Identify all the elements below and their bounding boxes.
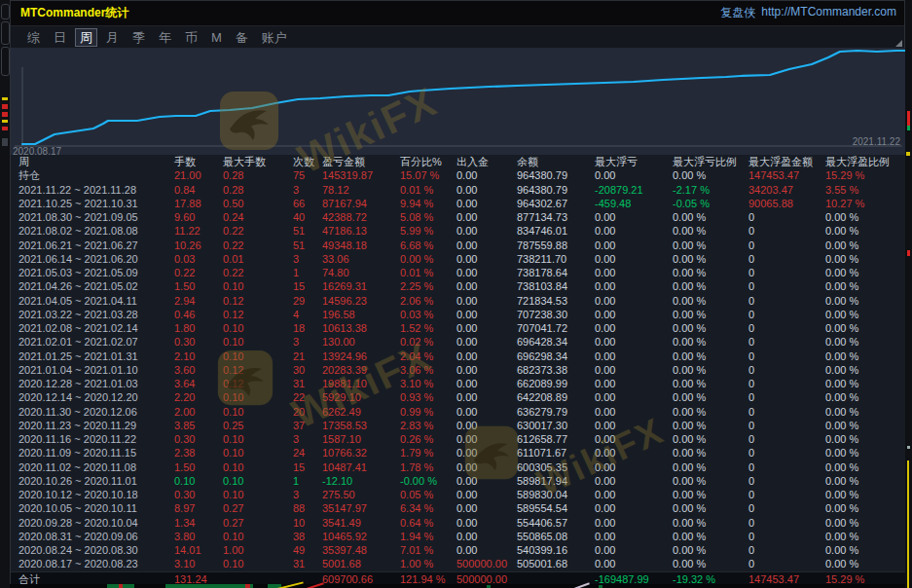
row12-cell-0: 2021.02.01 ~ 2021.02.07 bbox=[18, 335, 174, 349]
row8-cell-3: 15 bbox=[293, 279, 322, 293]
row12-cell-5: 0.02 % bbox=[400, 335, 456, 349]
row14-cell-6: 0.00 bbox=[456, 363, 517, 377]
table-row[interactable]: 2021.08.02 ~ 2021.08.0811.220.225147186.… bbox=[11, 224, 906, 238]
row4-cell-11: 0.00 % bbox=[825, 224, 906, 238]
menu-item-M[interactable]: M bbox=[206, 29, 227, 46]
row25-cell-8: 0.00 bbox=[595, 516, 673, 530]
row20-cell-8: 0.00 bbox=[595, 446, 673, 459]
menu-item-账户[interactable]: 账户 bbox=[257, 29, 292, 46]
table-row[interactable]: 2021.11.22 ~ 2021.11.280.840.28378.120.0… bbox=[11, 183, 906, 197]
table-row[interactable]: 2021.05.03 ~ 2021.05.090.220.22174.800.0… bbox=[11, 266, 906, 279]
row6-cell-10: 0 bbox=[748, 252, 825, 266]
row6-cell-9: 0.00 % bbox=[673, 252, 748, 266]
row4-cell-8: 0.00 bbox=[595, 224, 673, 238]
row7-cell-6: 0.00 bbox=[456, 266, 517, 279]
menu-item-币[interactable]: 币 bbox=[180, 29, 202, 46]
menu-item-月[interactable]: 月 bbox=[101, 29, 124, 46]
table-row[interactable]: 2021.02.01 ~ 2021.02.070.300.103130.000.… bbox=[11, 335, 906, 349]
row26-cell-8: 0.00 bbox=[595, 530, 673, 543]
row24-cell-4: 35147.97 bbox=[322, 501, 400, 515]
row9-cell-11: 0.00 % bbox=[825, 294, 906, 308]
table-row[interactable]: 2021.08.30 ~ 2021.09.059.600.244042388.7… bbox=[11, 210, 906, 224]
row9-cell-7: 721834.53 bbox=[517, 294, 595, 308]
row3-cell-11: 0.00 % bbox=[825, 210, 906, 224]
row17-cell-9: 0.00 % bbox=[673, 405, 748, 419]
table-row[interactable]: 2021.04.26 ~ 2021.05.021.500.101516269.3… bbox=[11, 279, 906, 293]
row17-cell-1: 2.00 bbox=[174, 405, 223, 419]
table-row[interactable]: 2020.11.09 ~ 2020.11.152.380.102410766.3… bbox=[11, 446, 906, 459]
row3-cell-1: 9.60 bbox=[174, 210, 223, 224]
row24-cell-6: 0.00 bbox=[456, 501, 517, 515]
table-row[interactable]: 2021.06.21 ~ 2021.06.2710.260.225149348.… bbox=[11, 239, 906, 252]
row24-cell-5: 6.34 % bbox=[400, 501, 456, 515]
table-row[interactable]: 2020.08.24 ~ 2020.08.3014.011.004935397.… bbox=[11, 543, 906, 557]
table-row[interactable]: 2020.11.23 ~ 2020.11.293.850.253717358.5… bbox=[11, 419, 906, 432]
row9-cell-9: 0.00 % bbox=[673, 294, 748, 308]
background-mark bbox=[907, 446, 910, 449]
row4-cell-6: 0.00 bbox=[456, 224, 517, 238]
table-row[interactable]: 2021.01.25 ~ 2021.01.312.100.102113924.9… bbox=[11, 349, 906, 363]
row17-cell-6: 0.00 bbox=[456, 405, 517, 419]
row11-cell-6: 0.00 bbox=[456, 321, 517, 335]
table-row[interactable]: 2020.10.05 ~ 2020.10.118.970.278835147.9… bbox=[11, 501, 906, 515]
table-row[interactable]: 2021.06.14 ~ 2021.06.200.030.01333.060.0… bbox=[11, 252, 906, 266]
row21-cell-3: 15 bbox=[293, 460, 322, 474]
row11-cell-7: 707041.72 bbox=[517, 321, 595, 335]
background-mark bbox=[907, 460, 909, 588]
table-row[interactable]: 2021.01.04 ~ 2021.01.103.600.123020283.3… bbox=[11, 363, 906, 377]
table-row[interactable]: 2020.12.28 ~ 2021.01.033.640.123119881.1… bbox=[11, 377, 906, 390]
candle-mark bbox=[165, 584, 253, 588]
row18-cell-3: 37 bbox=[293, 419, 322, 432]
row9-cell-4: 14596.23 bbox=[322, 294, 400, 308]
row1-cell-10: 34203.47 bbox=[748, 183, 825, 197]
table-row[interactable]: 2020.11.30 ~ 2020.12.062.000.10206262.49… bbox=[11, 405, 906, 419]
row0-cell-5: 15.07 % bbox=[400, 168, 456, 182]
table-row[interactable]: 2020.12.14 ~ 2020.12.202.200.10225929.10… bbox=[11, 390, 906, 404]
table-row[interactable]: 2021.02.08 ~ 2021.02.141.800.101810613.3… bbox=[11, 321, 906, 335]
row14-cell-0: 2021.01.04 ~ 2021.01.10 bbox=[18, 363, 174, 377]
table-body: 持仓21.000.2875145319.8715.07 %0.00964380.… bbox=[11, 168, 906, 570]
row0-cell-10: 147453.47 bbox=[748, 168, 825, 182]
row22-cell-7: 589817.94 bbox=[517, 474, 595, 488]
row1-cell-4: 78.12 bbox=[322, 183, 400, 197]
menu-item-日[interactable]: 日 bbox=[49, 29, 71, 46]
table-row[interactable]: 2020.11.02 ~ 2020.11.081.500.101510487.4… bbox=[11, 460, 906, 474]
row13-cell-10: 0 bbox=[748, 349, 825, 363]
menu-item-备[interactable]: 备 bbox=[231, 29, 253, 46]
row13-cell-5: 2.04 % bbox=[400, 349, 456, 363]
row8-cell-6: 0.00 bbox=[456, 279, 517, 293]
row23-cell-5: 0.05 % bbox=[400, 488, 456, 501]
table-row[interactable]: 2021.10.25 ~ 2021.10.3117.880.506687167.… bbox=[11, 197, 906, 210]
row8-cell-1: 1.50 bbox=[174, 279, 223, 293]
row20-cell-4: 10766.32 bbox=[322, 446, 400, 459]
menu-item-季[interactable]: 季 bbox=[128, 29, 150, 46]
resize-grip-icon[interactable] bbox=[895, 40, 902, 47]
row11-cell-5: 1.52 % bbox=[400, 321, 456, 335]
table-row[interactable]: 2020.09.28 ~ 2020.10.041.340.27103541.49… bbox=[11, 516, 906, 530]
row9-cell-5: 2.06 % bbox=[400, 294, 456, 308]
row5-cell-8: 0.00 bbox=[595, 239, 673, 252]
menu-item-综[interactable]: 综 bbox=[22, 29, 45, 46]
row0-cell-7: 964380.79 bbox=[517, 168, 595, 182]
table-row[interactable]: 2020.10.26 ~ 2020.11.010.100.101-12.10-0… bbox=[11, 474, 906, 488]
row25-cell-10: 0 bbox=[748, 516, 825, 530]
row20-cell-11: 0.00 % bbox=[825, 446, 906, 459]
row11-cell-8: 0.00 bbox=[595, 321, 673, 335]
table-row[interactable]: 2021.04.05 ~ 2021.04.112.940.122914596.2… bbox=[11, 294, 906, 308]
row23-cell-10: 0 bbox=[748, 488, 825, 501]
table-row[interactable]: 2020.11.16 ~ 2020.11.220.300.1031587.100… bbox=[11, 432, 906, 446]
table-row[interactable]: 2020.08.17 ~ 2020.08.233.100.10315001.68… bbox=[11, 557, 906, 570]
table-row[interactable]: 持仓21.000.2875145319.8715.07 %0.00964380.… bbox=[11, 168, 906, 182]
row0-cell-8: 0.00 bbox=[595, 168, 673, 182]
row18-cell-2: 0.25 bbox=[223, 419, 293, 432]
table-row[interactable]: 2021.03.22 ~ 2021.03.280.460.124196.580.… bbox=[11, 308, 906, 321]
row23-cell-8: 0.00 bbox=[595, 488, 673, 501]
menu-item-周[interactable]: 周 bbox=[75, 28, 97, 47]
stats-table: 周手数最大手数次数盈亏金额百分比%出入金余额最大浮亏最大浮亏比例最大浮盈金额最大… bbox=[11, 155, 906, 585]
table-row[interactable]: 2020.10.12 ~ 2020.10.180.300.103275.500.… bbox=[11, 488, 906, 501]
toolbar-button-sliver bbox=[1, 4, 10, 19]
menu-item-年[interactable]: 年 bbox=[154, 29, 176, 46]
brand-url-link[interactable]: http://MTCommander.com bbox=[761, 5, 896, 21]
row6-cell-7: 738211.70 bbox=[517, 252, 595, 266]
table-row[interactable]: 2020.08.31 ~ 2020.09.063.800.103810465.9… bbox=[11, 530, 906, 543]
